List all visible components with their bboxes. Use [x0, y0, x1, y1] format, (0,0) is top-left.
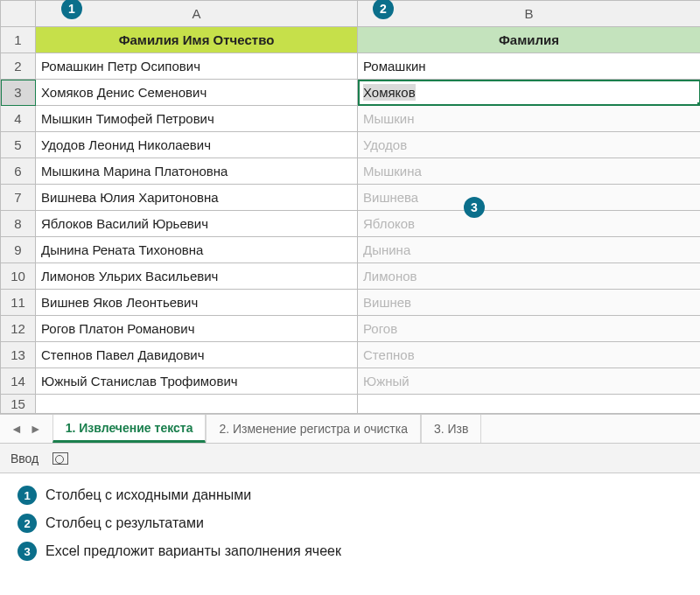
legend-item-2: 2 Столбец с результатами	[18, 514, 682, 533]
row-header[interactable]: 11	[1, 290, 36, 316]
flashfill-suggestion[interactable]: Дынина	[358, 237, 701, 263]
cell-a[interactable]: Мышкина Марина Платоновна	[36, 158, 358, 185]
cell-a1-header[interactable]: Фамилия Имя Отчество	[36, 27, 358, 53]
legend-text-2: Столбец с результатами	[46, 515, 204, 531]
row-header[interactable]: 3	[1, 80, 36, 106]
row-header[interactable]: 4	[1, 106, 36, 132]
row-header[interactable]: 8	[1, 211, 36, 237]
cell-a[interactable]: Яблоков Василий Юрьевич	[36, 211, 358, 237]
col-header-a[interactable]: A	[36, 1, 358, 27]
legend-text-1: Столбец с исходными данными	[46, 487, 251, 503]
status-bar: Ввод	[0, 444, 700, 473]
row-header[interactable]: 2	[1, 53, 36, 80]
flashfill-suggestion[interactable]: Мышкин	[358, 106, 701, 132]
flashfill-suggestion[interactable]: Вишнев	[358, 290, 701, 316]
cell-a[interactable]: Вишнев Яков Леонтьевич	[36, 290, 358, 316]
cell-a[interactable]: Хомяков Денис Семенович	[36, 80, 358, 106]
legend-item-1: 1 Столбец с исходными данными	[18, 486, 682, 505]
status-mode: Ввод	[10, 452, 38, 466]
cell-a[interactable]: Мышкин Тимофей Петрович	[36, 106, 358, 132]
cell-a[interactable]: Удодов Леонид Николаевич	[36, 132, 358, 158]
cell-a[interactable]: Степнов Павел Давидович	[36, 342, 358, 368]
cell-b[interactable]: Ромашкин	[358, 53, 701, 80]
grid[interactable]: A B 1 Фамилия Имя Отчество Фамилия 2 Ром…	[0, 0, 700, 414]
legend-badge-1: 1	[18, 486, 37, 505]
flashfill-suggestion[interactable]: Южный	[358, 368, 701, 395]
tab-nav: ◄ ►	[0, 422, 52, 436]
cell-a[interactable]: Лимонов Ульрих Васильевич	[36, 263, 358, 290]
cell-a[interactable]: Дынина Рената Тихоновна	[36, 237, 358, 263]
flashfill-suggestion[interactable]: Вишнева	[358, 185, 701, 211]
flashfill-suggestion[interactable]: Рогов	[358, 316, 701, 342]
flashfill-suggestion[interactable]: Мышкина	[358, 158, 701, 185]
callout-3: 3	[464, 197, 485, 218]
cell-a[interactable]: Рогов Платон Романович	[36, 316, 358, 342]
tab-case-clean[interactable]: 2. Изменение регистра и очистка	[206, 415, 421, 443]
row-header[interactable]: 1	[1, 27, 36, 53]
flashfill-suggestion[interactable]: Лимонов	[358, 263, 701, 290]
tab-extraction[interactable]: 1. Извлечение текста	[52, 415, 206, 443]
edit-selection: Хомяков	[363, 84, 416, 101]
tab-prev-icon[interactable]: ◄	[10, 422, 23, 436]
cell-b1-header[interactable]: Фамилия	[358, 27, 701, 53]
spreadsheet-area: 1 2 3 A B 1 Фамилия Имя Отчество Фамилия…	[0, 0, 700, 414]
row-header[interactable]: 15	[1, 395, 36, 414]
cell-a[interactable]: Вишнева Юлия Харитоновна	[36, 185, 358, 211]
cell-a[interactable]: Южный Станислав Трофимович	[36, 368, 358, 395]
tab-third[interactable]: 3. Изв	[421, 415, 481, 443]
row-header[interactable]: 10	[1, 263, 36, 290]
flashfill-suggestion[interactable]: Степнов	[358, 342, 701, 368]
row-header[interactable]: 14	[1, 368, 36, 395]
legend: 1 Столбец с исходными данными 2 Столбец …	[0, 473, 700, 568]
row-header[interactable]: 9	[1, 237, 36, 263]
cell-a[interactable]	[36, 395, 358, 414]
legend-text-3: Excel предложит варианты заполнения ячее…	[46, 543, 341, 559]
cell-b[interactable]	[358, 395, 701, 414]
legend-badge-2: 2	[18, 514, 37, 533]
cell-a[interactable]: Ромашкин Петр Осипович	[36, 53, 358, 80]
tab-next-icon[interactable]: ►	[30, 422, 42, 436]
flashfill-suggestion[interactable]: Удодов	[358, 132, 701, 158]
sheet-tabs: ◄ ► 1. Извлечение текста 2. Изменение ре…	[0, 414, 700, 444]
row-header[interactable]: 6	[1, 158, 36, 185]
legend-item-3: 3 Excel предложит варианты заполнения яч…	[18, 542, 682, 561]
row-header[interactable]: 12	[1, 316, 36, 342]
row-header[interactable]: 13	[1, 342, 36, 368]
cell-b-active[interactable]: Хомяков	[358, 80, 701, 106]
select-all-corner[interactable]	[1, 1, 36, 27]
row-header[interactable]: 7	[1, 185, 36, 211]
row-header[interactable]: 5	[1, 132, 36, 158]
macro-record-icon[interactable]	[52, 452, 68, 465]
legend-badge-3: 3	[18, 542, 37, 561]
col-header-b[interactable]: B	[358, 1, 701, 27]
flashfill-suggestion[interactable]: Яблоков	[358, 211, 701, 237]
